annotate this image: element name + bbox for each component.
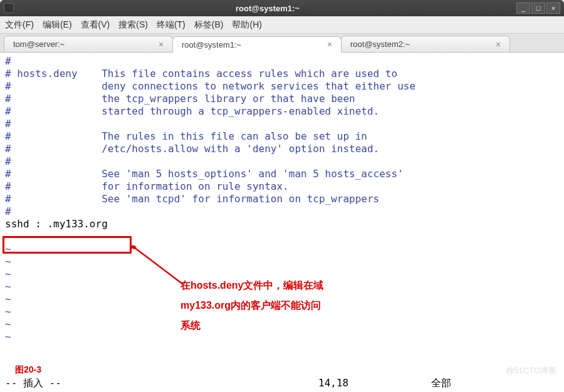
window-title: root@system1:~ — [19, 4, 516, 13]
file-line: # See 'man 5 hosts_options' and 'man 5 h… — [5, 168, 559, 180]
vim-percent: 全部 — [431, 377, 559, 389]
annotation-line: 系统 — [180, 316, 323, 336]
file-line: # The rules in this file can also be set… — [5, 130, 559, 143]
file-line: # See 'man tcpd' for information on tcp_… — [5, 193, 559, 205]
file-line: # started through a tcp_wrappers-enabled… — [5, 105, 559, 118]
vim-tilde: ~ — [5, 243, 559, 255]
tab-label: root@system2:~ — [350, 39, 493, 49]
file-line: # for information on rule syntax. — [5, 180, 559, 193]
close-button[interactable]: × — [546, 3, 560, 14]
tab-label: tom@server:~ — [13, 39, 156, 49]
maximize-button[interactable]: □ — [531, 3, 545, 14]
file-line: # the tcp_wrappers library or that have … — [5, 93, 559, 105]
minimize-button[interactable]: _ — [516, 3, 530, 14]
app-icon — [4, 3, 14, 13]
menu-help[interactable]: 帮助(H) — [232, 19, 261, 31]
menu-terminal[interactable]: 终端(T) — [157, 19, 185, 31]
tab-close-icon[interactable]: × — [325, 39, 335, 49]
tab-tom-server[interactable]: tom@server:~ × — [4, 36, 173, 52]
watermark: @51CTO博客 — [506, 364, 556, 377]
figure-label: 图20-3 — [15, 364, 41, 376]
menu-view[interactable]: 查看(V) — [81, 19, 110, 31]
menu-tabs[interactable]: 标签(B) — [194, 19, 224, 31]
menu-edit[interactable]: 编辑(E) — [43, 19, 72, 31]
tabbar: tom@server:~ × root@system1:~ × root@sys… — [0, 34, 564, 53]
file-line: # /etc/hosts.allow with a 'deny' option … — [5, 143, 559, 155]
vim-statusbar: -- 插入 -- 14,18 全部 — [5, 377, 559, 389]
annotation-line: 在hosts.deny文件中，编辑在域 — [180, 276, 323, 296]
vim-blank — [5, 230, 559, 243]
annotation-text: 在hosts.deny文件中，编辑在域 my133.org内的客户端不能访问 系… — [180, 276, 323, 336]
vim-mode: -- 插入 -- — [5, 377, 318, 389]
terminal-content[interactable]: # # hosts.deny This file contains access… — [0, 53, 564, 392]
tab-root-system1[interactable]: root@system1:~ × — [172, 36, 342, 53]
file-line: # — [5, 205, 559, 218]
sshd-line: sshd : .my133.org — [5, 218, 559, 230]
file-line: # hosts.deny This file contains access r… — [5, 68, 559, 80]
tab-close-icon[interactable]: × — [493, 39, 503, 49]
tab-close-icon[interactable]: × — [156, 39, 166, 49]
vim-tilde: ~ — [5, 255, 559, 268]
file-line: # — [5, 118, 559, 130]
menu-search[interactable]: 搜索(S) — [118, 19, 148, 31]
vim-position: 14,18 — [318, 377, 431, 389]
annotation-line: my133.org内的客户端不能访问 — [180, 296, 323, 316]
titlebar: root@system1:~ _ □ × — [0, 0, 564, 16]
tab-root-system2[interactable]: root@system2:~ × — [341, 36, 510, 52]
tab-label: root@system1:~ — [182, 40, 325, 49]
file-line: # — [5, 155, 559, 168]
file-line: # deny connections to network services t… — [5, 80, 559, 93]
menubar: 文件(F) 编辑(E) 查看(V) 搜索(S) 终端(T) 标签(B) 帮助(H… — [0, 16, 564, 34]
menu-file[interactable]: 文件(F) — [5, 19, 34, 31]
file-line: # — [5, 55, 559, 68]
window-controls: _ □ × — [516, 3, 560, 14]
